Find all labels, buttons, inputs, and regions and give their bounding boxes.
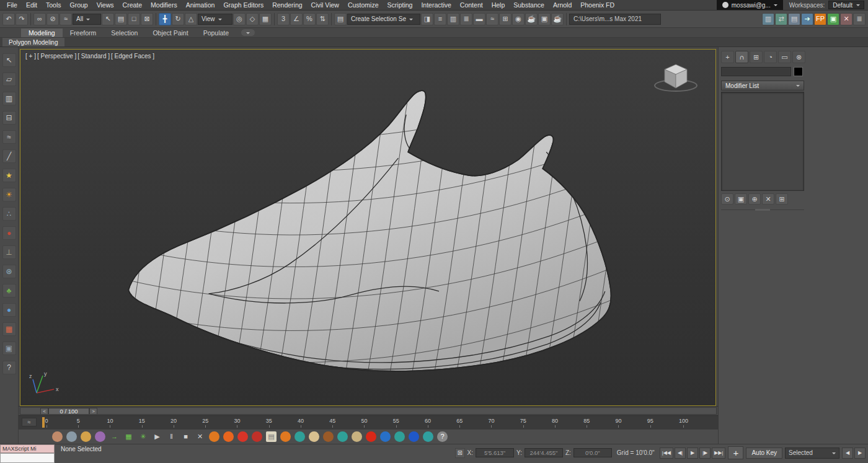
modifier-list-dropdown[interactable]: Modifier List [721,81,804,90]
select-tool-icon[interactable]: ↖ [2,53,16,67]
maxscript-mini-listener-white[interactable] [0,453,55,463]
keyboard-shortcut-override-icon[interactable]: ▦ [259,13,272,25]
hierarchy-tab-icon[interactable]: ⊞ [750,51,763,63]
percent-snap-icon[interactable]: % [303,13,316,25]
amber-plugin-icon[interactable] [81,431,91,442]
utilities-tab-icon[interactable]: ⊗ [792,51,805,63]
help-tool-icon[interactable]: ? [2,361,16,374]
reference-coordinate-dropdown[interactable]: View [198,14,232,25]
object-color-swatch[interactable] [794,67,803,76]
spinner-snap-icon[interactable]: ⇅ [316,13,329,25]
window-crossing-icon[interactable]: ⊠ [141,13,153,25]
modifier-stack[interactable] [721,92,804,191]
box-tool-icon[interactable]: ▥ [2,92,16,105]
ribbon-tab[interactable]: Selection [104,29,145,37]
auto-key-button[interactable]: Auto Key [746,448,782,459]
configure-modifier-sets-icon[interactable]: ⊞ [776,193,788,205]
droplet-icon[interactable] [409,431,419,442]
clay-plugin-icon[interactable] [52,431,63,442]
asset-library-icon[interactable]: ▥ [762,13,774,25]
anchor-tool-icon[interactable]: ⊥ [2,245,16,259]
use-pivot-point-icon[interactable]: ◎ [233,13,246,25]
selection-filter-dropdown[interactable]: All [73,14,101,25]
modify-tab-icon[interactable]: ∩ [735,51,748,63]
menu-customize[interactable]: Customize [343,0,383,10]
viewport-menu--[interactable]: [ + ] [25,53,36,60]
select-by-name-icon[interactable]: ▤ [115,13,127,25]
curve-editor-icon[interactable]: ≈ [486,13,498,25]
panel-divider[interactable] [721,209,804,210]
snaps-toggle-3d-icon[interactable]: 3 [277,13,290,25]
select-and-manipulate-icon[interactable]: ◇ [246,13,259,25]
make-unique-icon[interactable]: ⊕ [748,193,761,205]
add-time-button[interactable]: + [728,446,743,459]
shoe-model[interactable] [20,50,715,405]
menu-scripting[interactable]: Scripting [383,0,417,10]
pin-stack-icon[interactable]: ⊙ [721,193,733,205]
project-folder-field[interactable]: C:\Users\m...s Max 2021 [569,14,661,25]
menu-arnold[interactable]: Arnold [549,0,576,10]
maxscript-mini-listener-pink[interactable]: MAXScript Mi [0,444,55,453]
star-tool-icon[interactable]: ★ [2,169,16,182]
menu-substance[interactable]: Substance [509,0,549,10]
bind-to-space-warp-icon[interactable]: ≈ [60,13,72,25]
red-sphere-tool-icon[interactable]: ● [2,226,16,240]
next-frame-arrow[interactable]: > [89,408,97,415]
menu-group[interactable]: Group [66,0,92,10]
menu-views[interactable]: Views [92,0,118,10]
toggle-ribbon-icon[interactable]: ▬ [473,13,485,25]
blue-ball-icon[interactable] [380,431,391,442]
sun-tool-icon[interactable]: ☀ [2,188,16,201]
play-button[interactable]: ▶ [687,448,698,459]
material-editor-icon[interactable]: ◉ [512,13,525,25]
menu-create[interactable]: Create [118,0,147,10]
viewport-menu--standard-[interactable]: [ Standard ] [78,53,110,60]
menu-tools[interactable]: Tools [42,0,66,10]
menu-file[interactable]: File [2,0,22,10]
camera-teal-icon[interactable] [423,431,433,442]
gray-plugin-icon[interactable] [66,431,77,442]
align-icon[interactable]: ≡ [434,13,446,25]
render-production-icon[interactable]: ☕ [551,13,564,25]
plane-tool-icon[interactable]: ▱ [2,73,16,86]
y-coordinate-field[interactable] [525,448,563,457]
snowflake-icon[interactable]: ✳ [138,431,148,442]
selection-lock-icon[interactable]: ⊠ [455,448,465,458]
fp-plugin-icon[interactable]: FP [814,13,826,25]
remove-modifier-icon[interactable]: ✕ [762,193,774,205]
x-plugin-icon[interactable]: ✕ [840,13,852,25]
red-flame-icon[interactable] [366,431,376,442]
donut-icon[interactable] [323,431,334,442]
angle-snap-icon[interactable]: ∠ [290,13,303,25]
chilli-icon[interactable] [252,431,262,442]
purple-plugin-icon[interactable] [95,431,105,442]
time-slider-handle[interactable]: 0 / 100 [48,408,89,415]
ribbon-tab[interactable]: Modeling [21,29,63,37]
ribbon-tab[interactable]: Populate [196,29,236,37]
leaf-tool-icon[interactable]: ♣ [2,284,16,298]
toggle-scene-explorer-icon[interactable]: ▥ [447,13,459,25]
green-grid-icon[interactable]: ▦ [123,431,134,442]
menu-animation[interactable]: Animation [182,0,219,10]
notes-icon[interactable]: ▤ [266,431,277,442]
flame-icon-1[interactable] [209,431,219,442]
viewport-menu--perspective-[interactable]: [ Perspective ] [37,53,76,60]
account-menu[interactable]: mossawi@g... [717,0,783,10]
polydraw-icon[interactable]: ╱ [2,149,16,163]
menu-interactive[interactable]: Interactive [417,0,455,10]
arrow-plugin-icon[interactable]: ➔ [801,13,813,25]
toggle-layer-explorer-icon[interactable]: ≣ [460,13,472,25]
globe-icon[interactable] [394,431,405,442]
menu-content[interactable]: Content [456,0,487,10]
menu-graph-editors[interactable]: Graph Editors [219,0,268,10]
polygon-modeling-tab[interactable]: Polygon Modeling [2,38,64,46]
scene-converter-icon[interactable]: ⇄ [775,13,787,25]
time-slider-track[interactable]: < 0 / 100 > [20,407,717,415]
menu-help[interactable]: Help [487,0,510,10]
schematic-view-icon[interactable]: ⊞ [499,13,512,25]
select-and-rotate-icon[interactable]: ↻ [172,13,184,25]
select-and-move-icon[interactable]: ╋ [159,13,171,25]
next-frame-button[interactable]: |▶ [699,448,711,459]
previous-frame-button[interactable]: ◀| [675,448,686,459]
menu-civil-view[interactable]: Civil View [307,0,343,10]
